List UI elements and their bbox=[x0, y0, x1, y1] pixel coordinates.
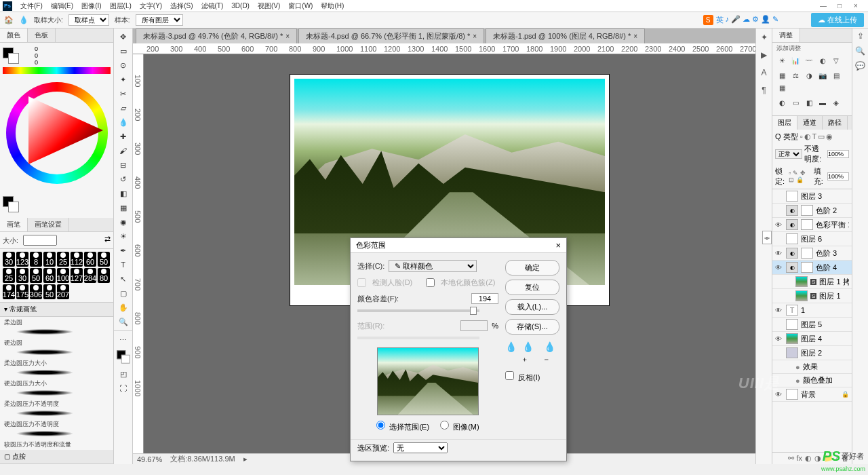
link-layers-icon[interactable]: ⚯ bbox=[788, 454, 794, 463]
brush-item[interactable]: 硬边圆 bbox=[0, 337, 113, 358]
edit-toolbar[interactable]: ⋯ bbox=[115, 333, 132, 347]
levels-icon[interactable]: 📊 bbox=[790, 57, 801, 66]
layer-item[interactable]: 图层 2 bbox=[772, 346, 852, 360]
poster-icon[interactable]: ▭ bbox=[790, 99, 801, 109]
color-wheel[interactable] bbox=[3, 75, 111, 191]
brush-flip-icon[interactable]: ⇄ bbox=[104, 235, 111, 244]
para-icon[interactable]: ¶ bbox=[759, 86, 770, 96]
fuzziness-slider[interactable] bbox=[357, 309, 479, 312]
share-icon[interactable]: ⇪ bbox=[857, 31, 864, 41]
panel-collapse-handle[interactable]: ◃▹ bbox=[762, 231, 772, 244]
move-tool[interactable]: ✥ bbox=[115, 30, 132, 43]
max-button[interactable]: □ bbox=[835, 2, 844, 10]
fx-icon[interactable]: fx bbox=[797, 454, 803, 463]
brightness-icon[interactable]: ☀ bbox=[776, 57, 787, 66]
lasso-tool[interactable]: ⊙ bbox=[115, 58, 132, 72]
photo-icon[interactable]: 📷 bbox=[817, 72, 828, 81]
pen-tool[interactable]: ✒ bbox=[115, 244, 132, 257]
paths-tab[interactable]: 路径 bbox=[823, 116, 848, 130]
history-icon[interactable]: ✦ bbox=[759, 33, 770, 43]
dialog-close-icon[interactable]: × bbox=[555, 240, 561, 250]
brush-preset[interactable]: 25 bbox=[57, 252, 69, 267]
layer-item[interactable]: 图层 5 bbox=[772, 318, 852, 332]
adjustment-icon[interactable]: ◑ bbox=[814, 454, 821, 463]
layer-item[interactable]: 👁背景🔒 bbox=[772, 387, 852, 402]
brush-preset[interactable]: 10 bbox=[43, 252, 56, 267]
menu-filter[interactable]: 滤镜(T) bbox=[197, 1, 228, 11]
brush-preset[interactable]: 30 bbox=[16, 268, 28, 283]
color-tab[interactable]: 颜色 bbox=[0, 28, 28, 42]
min-button[interactable]: — bbox=[819, 2, 827, 10]
brush-preset[interactable]: 30 bbox=[3, 252, 15, 267]
eyedropper-plus-icon[interactable]: 💧₊ bbox=[522, 341, 538, 363]
exposure-icon[interactable]: ◐ bbox=[817, 57, 828, 66]
fuzziness-input[interactable] bbox=[471, 293, 498, 304]
gradmap-icon[interactable]: ▬ bbox=[817, 99, 828, 109]
layer-item[interactable]: ●颜色叠加 bbox=[772, 374, 852, 387]
menu-image[interactable]: 图像(I) bbox=[77, 1, 105, 11]
blur-tool[interactable]: ◉ bbox=[115, 215, 132, 229]
upload-button[interactable]: ☁在线上传 bbox=[811, 13, 864, 27]
layer-item[interactable]: S图层 1 拷贝 bbox=[772, 275, 852, 289]
mixer-icon[interactable]: ▤ bbox=[831, 72, 842, 81]
menu-file[interactable]: 文件(F) bbox=[16, 1, 47, 11]
layer-item[interactable]: ●效果 bbox=[772, 360, 852, 374]
brush-item[interactable]: 硬边圆压力不透明度 bbox=[0, 419, 113, 439]
frame-tool[interactable]: ▱ bbox=[115, 101, 132, 115]
hand-tool[interactable]: ✋ bbox=[115, 301, 132, 314]
layer-filter-icons[interactable]: ▫◐T▭◉ bbox=[800, 132, 833, 141]
invert-icon[interactable]: ◐ bbox=[776, 99, 787, 109]
dodge-tool[interactable]: ☀ bbox=[115, 229, 132, 243]
image-radio[interactable]: 图像(M) bbox=[440, 421, 479, 432]
brush-item[interactable]: 柔边圆压力不透明度 bbox=[0, 398, 113, 419]
wand-tool[interactable]: ✦ bbox=[115, 73, 132, 86]
brush-preset[interactable]: 8 bbox=[30, 252, 42, 267]
close-button[interactable]: × bbox=[852, 2, 860, 10]
brush-preset[interactable]: 123 bbox=[16, 252, 28, 267]
ok-button[interactable]: 确定 bbox=[505, 260, 559, 276]
adjustments-tab[interactable]: 调整 bbox=[772, 28, 800, 42]
brush-group-general[interactable]: ▾ 常规画笔 bbox=[0, 303, 113, 317]
layer-item[interactable]: 👁◐色彩平衡 1 bbox=[772, 218, 852, 232]
brush-presets-toggle[interactable]: ▢ 点按 bbox=[0, 450, 113, 464]
brush-preset[interactable]: 284 bbox=[84, 268, 96, 283]
history-brush-tool[interactable]: ↺ bbox=[115, 172, 132, 186]
vibrance-icon[interactable]: ▽ bbox=[831, 57, 842, 66]
dialog-preview[interactable] bbox=[377, 347, 479, 415]
load-button[interactable]: 载入(L)... bbox=[505, 299, 559, 315]
type-tool[interactable]: T bbox=[115, 258, 132, 271]
doc-tab[interactable]: 未标题-4.psd @ 66.7% (色彩平衡 1, 图层蒙版/8) *× bbox=[298, 28, 484, 43]
heal-tool[interactable]: ✚ bbox=[115, 130, 132, 143]
channels-tab[interactable]: 通道 bbox=[797, 116, 823, 130]
select-dropdown[interactable]: ✎ 取样颜色 bbox=[389, 260, 477, 272]
mask-icon[interactable]: ◐ bbox=[805, 454, 812, 463]
menu-layer[interactable]: 图层(L) bbox=[106, 1, 136, 11]
menu-view[interactable]: 视图(V) bbox=[254, 1, 284, 11]
selcolor-icon[interactable]: ◈ bbox=[831, 99, 842, 109]
fg-bg-swatch[interactable] bbox=[3, 48, 19, 64]
invert-checkbox[interactable]: 反相(I) bbox=[505, 371, 559, 383]
layers-tab[interactable]: 图层 bbox=[772, 116, 797, 130]
eyedropper-tool[interactable]: 💧 bbox=[115, 115, 132, 129]
selection-radio[interactable]: 选择范围(E) bbox=[376, 421, 429, 432]
brush-preset[interactable]: 50 bbox=[30, 268, 42, 283]
zoom-tool[interactable]: 🔍 bbox=[115, 315, 132, 328]
crop-tool[interactable]: ✂ bbox=[115, 87, 132, 100]
brush-preset[interactable]: 174 bbox=[3, 284, 15, 299]
search-icon[interactable]: 🔍 bbox=[855, 46, 865, 56]
close-icon[interactable]: × bbox=[285, 33, 290, 40]
doc-tab[interactable]: 未标题-3.psd @ 49.7% (色阶 4, RGB/8#) *× bbox=[136, 28, 297, 43]
sample-size-select[interactable]: 取样点 bbox=[68, 14, 109, 26]
brush-preset[interactable]: 100 bbox=[57, 268, 69, 283]
brush-preset[interactable]: 60 bbox=[84, 252, 96, 267]
blend-mode-select[interactable]: 正常 bbox=[775, 149, 802, 159]
visibility-icon[interactable]: 👁 bbox=[775, 335, 783, 343]
layer-item[interactable]: 图层 6 bbox=[772, 232, 852, 246]
eyedropper-icon[interactable]: 💧 bbox=[505, 341, 517, 363]
layer-item[interactable]: 👁图层 4 bbox=[772, 332, 852, 346]
localized-checkbox[interactable] bbox=[426, 278, 435, 287]
lock-icons[interactable]: ▫ ✎ ✥ ⊡ 🔒 bbox=[789, 170, 811, 183]
brush-item[interactable]: 硬边圆压力大小 bbox=[0, 378, 113, 398]
visibility-icon[interactable]: 👁 bbox=[775, 250, 783, 257]
quickmask-tool[interactable]: ◰ bbox=[115, 367, 132, 381]
